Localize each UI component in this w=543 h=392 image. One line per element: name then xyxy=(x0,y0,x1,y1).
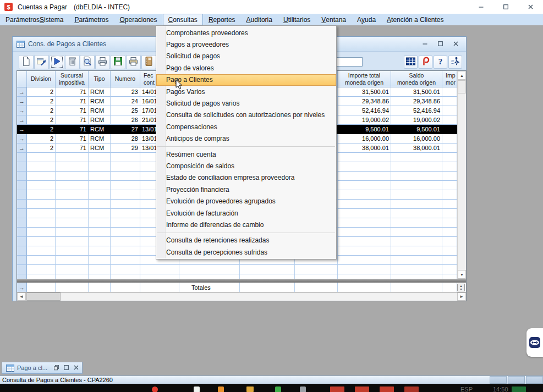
menu-utilitarios[interactable]: Utilitarios xyxy=(278,14,316,25)
menu-item-consulta-de-percepciones-sufridas[interactable]: Consulta de percepciones sufridas xyxy=(156,246,336,258)
close-button[interactable] xyxy=(518,0,543,14)
taskbar-app-icon[interactable] xyxy=(275,387,281,392)
menu-item-composición-de-saldos[interactable]: Composición de saldos xyxy=(156,160,336,172)
menu-reportes[interactable]: Reportes xyxy=(203,14,241,25)
menu-item-pagos-varios[interactable]: Pagos Varios xyxy=(156,86,336,97)
scroll-down-button[interactable]: ▼ xyxy=(458,270,466,279)
menu-ventana[interactable]: Ventana xyxy=(316,14,352,25)
menu-consultas[interactable]: Consultas xyxy=(163,14,203,25)
maximize-button[interactable] xyxy=(493,0,518,14)
taskbar-window-button[interactable] xyxy=(330,387,344,392)
horizontal-scroll-thumb[interactable] xyxy=(26,292,61,301)
cell-importe_total xyxy=(338,190,391,200)
taskbar-window-button[interactable] xyxy=(512,387,526,392)
horizontal-scrollbar[interactable]: ◄ ► xyxy=(17,292,466,301)
totals-spinner[interactable]: ▲▼ xyxy=(457,284,465,291)
taskbar-app-icon[interactable] xyxy=(300,387,306,392)
maximize-button[interactable] xyxy=(436,40,444,48)
save-button[interactable] xyxy=(111,55,125,69)
close-button[interactable] xyxy=(452,40,459,48)
menu-item-solicitud-de-pagos-varios[interactable]: Solicitud de pagos varios xyxy=(156,97,336,109)
menu-item-evolución-de-proveedores-agrupados[interactable]: Evolución de proveedores agrupados xyxy=(156,195,336,207)
menu-item-solicitud-de-pagos[interactable]: Solicitud de pagos xyxy=(156,51,336,62)
cell-importe_total xyxy=(338,200,391,209)
run-query-button[interactable] xyxy=(50,55,64,69)
cell-sel xyxy=(17,218,27,228)
contacts-button[interactable] xyxy=(141,55,156,69)
taskbar-app-icon[interactable] xyxy=(194,387,200,392)
column-header-sucursal[interactable]: Sucursalimpositiva xyxy=(56,71,89,87)
graph-button[interactable] xyxy=(419,56,432,69)
cell-imp2 xyxy=(442,143,457,153)
maximize-button[interactable] xyxy=(63,365,69,371)
minimized-window-pago-a-clientes[interactable]: Pago a cl... xyxy=(2,362,83,374)
menu-item-anticipos-de-compras[interactable]: Anticipos de compras xyxy=(156,133,336,145)
menu-item-resúmen-cuenta[interactable]: Resúmen cuenta xyxy=(156,148,336,160)
menu-item-evolución-de-facturación[interactable]: Evolución de facturación xyxy=(156,207,336,219)
menu-item-pago-de-valores[interactable]: Pago de valores xyxy=(156,62,336,74)
menu-item-informe-de-diferencias-de-cambio[interactable]: Informe de diferencias de cambio xyxy=(156,219,336,230)
teamviewer-tab[interactable] xyxy=(526,328,543,357)
column-header-importe_total[interactable]: Importe totalmoneda origen xyxy=(338,71,391,87)
cell-imp2 xyxy=(442,87,457,97)
cell-imp2 xyxy=(442,181,457,190)
column-header-tipo[interactable]: Tipo xyxy=(89,71,111,87)
delete-button[interactable] xyxy=(65,55,80,69)
scroll-right-button[interactable]: ► xyxy=(457,292,466,301)
help-button[interactable]: ? xyxy=(434,56,447,69)
menu-parámetros[interactable]: Parámetros xyxy=(69,14,114,25)
scroll-left-button[interactable]: ◄ xyxy=(17,292,26,301)
menu-item-consulta-de-retenciones-realizadas[interactable]: Consulta de retenciones realizadas xyxy=(156,235,336,246)
menu-item-comprobantes-proveedores[interactable]: Comprobantes proveedores xyxy=(156,27,336,38)
cell-importe_total: 19,000.02 xyxy=(338,115,391,125)
exit-button[interactable] xyxy=(448,56,462,69)
menu-item-estado-de-conciliacion-empresa-proveedora[interactable]: Estado de conciliacion empresa proveedor… xyxy=(156,172,336,184)
menu-item-pago-a-clientes[interactable]: Pago a Clientes xyxy=(156,74,336,86)
print-button[interactable] xyxy=(95,55,110,69)
taskbar-app-icon[interactable] xyxy=(246,387,254,392)
totals-cell-division xyxy=(27,283,56,292)
column-header-saldo[interactable]: Saldomoneda origen xyxy=(391,71,442,87)
column-header-division[interactable]: Division xyxy=(27,71,56,87)
grid-view-button[interactable] xyxy=(404,56,418,69)
print-preview-button[interactable] xyxy=(80,55,95,69)
menu-ayuda[interactable]: Ayuda xyxy=(352,14,381,25)
restore-button[interactable] xyxy=(53,365,59,371)
taskbar-window-button[interactable] xyxy=(380,387,394,392)
minimize-button[interactable] xyxy=(469,0,493,14)
menu-parámetros-sistema[interactable]: Parámetros Sistema xyxy=(0,14,69,25)
new-document-button[interactable] xyxy=(19,55,34,69)
taskbar-window-button[interactable] xyxy=(404,387,419,392)
statusbar-panels xyxy=(489,376,543,384)
teamviewer-icon xyxy=(529,336,541,349)
menu-auditoria[interactable]: Auditoria xyxy=(241,14,278,25)
scroll-up-button[interactable]: ▲ xyxy=(458,71,466,80)
taskbar-app-icon[interactable] xyxy=(218,387,224,392)
taskbar-clock[interactable]: 14:50 xyxy=(493,386,508,392)
taskbar-app-icon[interactable] xyxy=(152,387,158,392)
column-header-sel[interactable] xyxy=(17,71,27,87)
cell-importe_total xyxy=(338,228,391,237)
close-button[interactable] xyxy=(73,365,79,371)
save-icon xyxy=(113,56,123,69)
menu-atención-a-clientes[interactable]: Atención a Clientes xyxy=(381,14,449,25)
vertical-scrollbar[interactable]: ▲ ▼ xyxy=(457,71,466,279)
cell-sucursal: 71 xyxy=(56,143,89,153)
grid-splitter[interactable] xyxy=(17,279,466,283)
menu-item-compensaciones[interactable]: Compensaciones xyxy=(156,121,336,132)
column-header-numero[interactable]: Numero xyxy=(111,71,140,87)
open-record-button[interactable] xyxy=(34,55,49,69)
export-button[interactable] xyxy=(126,55,141,69)
taskbar-language[interactable]: ESP xyxy=(460,386,473,392)
totals-cell-h3 xyxy=(295,283,338,292)
menu-operaciones[interactable]: Operaciones xyxy=(114,14,162,25)
column-header-imp2[interactable]: Impmor xyxy=(442,71,457,87)
minimize-button[interactable] xyxy=(421,40,429,48)
menu-item-consulta-de-solicitudes-con-autorizaciones-por-niveles[interactable]: Consulta de solicitudes con autorizacion… xyxy=(156,109,336,121)
taskbar-window-button[interactable] xyxy=(355,387,369,392)
menu-item-proyección-financiera[interactable]: Proyección financiera xyxy=(156,184,336,195)
cell-sucursal: 71 xyxy=(56,97,89,106)
cell-saldo: 38,000.01 xyxy=(391,143,442,153)
menu-item-pagos-a-proveedores[interactable]: Pagos a proveedores xyxy=(156,38,336,50)
vertical-scroll-thumb[interactable] xyxy=(458,80,466,93)
